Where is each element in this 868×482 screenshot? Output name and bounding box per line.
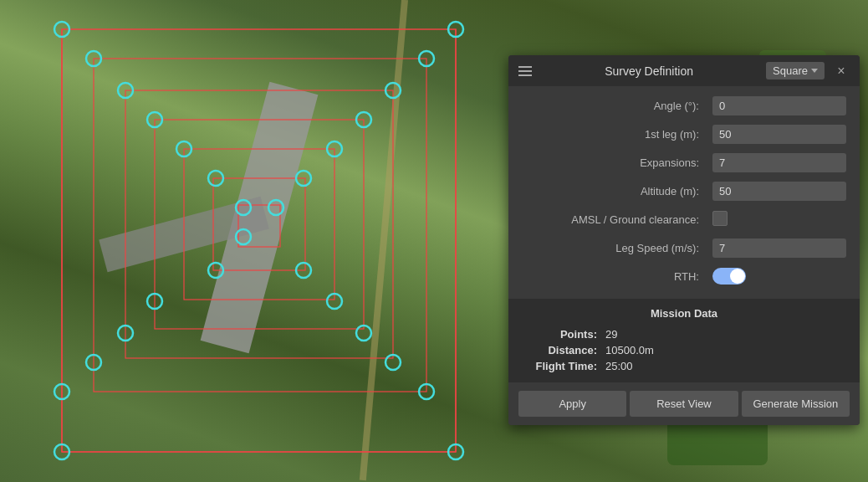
altitude-value: [712, 182, 846, 201]
points-value: 29: [605, 328, 617, 341]
first-leg-input[interactable]: [712, 125, 846, 144]
altitude-label: Altitude (m):: [522, 185, 712, 197]
angle-row: Angle (°):: [508, 91, 860, 120]
svg-rect-1: [94, 59, 426, 392]
flight-time-label: Flight Time:: [522, 360, 605, 372]
angle-input[interactable]: [712, 96, 846, 115]
shape-dropdown[interactable]: Square: [766, 62, 825, 79]
expansions-row: Expansions:: [508, 148, 860, 177]
shape-label: Square: [773, 64, 808, 77]
rth-toggle[interactable]: [712, 268, 746, 285]
points-label: Points:: [522, 328, 605, 341]
svg-rect-3: [155, 120, 364, 329]
toggle-thumb: [730, 269, 745, 284]
reset-view-button[interactable]: Reset View: [630, 391, 738, 417]
svg-rect-4: [184, 149, 334, 300]
first-leg-value: [712, 125, 846, 144]
amsl-checkbox[interactable]: [712, 211, 728, 226]
amsl-label: AMSL / Ground clearance:: [522, 213, 712, 226]
amsl-row: AMSL / Ground clearance:: [508, 205, 860, 233]
panel-header: Survey Definition Square ×: [508, 55, 860, 86]
menu-icon[interactable]: [518, 66, 532, 76]
svg-rect-5: [213, 178, 305, 270]
amsl-value: [712, 211, 846, 228]
mission-data-title: Mission Data: [522, 307, 846, 320]
leg-speed-label: Leg Speed (m/s):: [522, 242, 712, 254]
expansions-label: Expansions:: [522, 156, 712, 169]
points-row: Points: 29: [522, 326, 846, 342]
survey-definition-panel: Survey Definition Square × Angle (°): 1s…: [508, 55, 860, 425]
apply-button[interactable]: Apply: [518, 391, 626, 417]
survey-overlay: [0, 0, 468, 482]
rth-value: [712, 268, 846, 285]
altitude-input[interactable]: [712, 182, 846, 201]
leg-speed-input[interactable]: [712, 238, 846, 258]
action-buttons: Apply Reset View Generate Mission: [508, 382, 860, 425]
angle-value: [712, 96, 846, 115]
rth-label: RTH:: [522, 270, 712, 283]
first-leg-label: 1st leg (m):: [522, 128, 712, 141]
distance-row: Distance: 10500.0m: [522, 342, 846, 358]
panel-title: Survey Definition: [540, 64, 758, 78]
leg-speed-row: Leg Speed (m/s):: [508, 233, 860, 262]
distance-label: Distance:: [522, 344, 605, 356]
svg-rect-2: [125, 90, 393, 358]
angle-label: Angle (°):: [522, 100, 712, 112]
flight-time-row: Flight Time: 25:00: [522, 358, 846, 374]
form-section: Angle (°): 1st leg (m): Expansions: Alti…: [508, 86, 860, 295]
mission-data-section: Mission Data Points: 29 Distance: 10500.…: [508, 299, 860, 382]
distance-value: 10500.0m: [605, 344, 654, 356]
chevron-down-icon: [811, 69, 818, 73]
svg-rect-6: [238, 205, 280, 247]
flight-time-value: 25:00: [605, 360, 633, 372]
rth-row: RTH:: [508, 262, 860, 290]
generate-mission-button[interactable]: Generate Mission: [742, 391, 850, 417]
expansions-input[interactable]: [712, 153, 846, 172]
altitude-row: Altitude (m):: [508, 177, 860, 205]
svg-point-25: [268, 200, 283, 215]
leg-speed-value: [712, 238, 846, 258]
expansions-value: [712, 153, 846, 172]
svg-rect-0: [62, 29, 456, 452]
close-button[interactable]: ×: [833, 63, 850, 79]
first-leg-row: 1st leg (m):: [508, 120, 860, 148]
